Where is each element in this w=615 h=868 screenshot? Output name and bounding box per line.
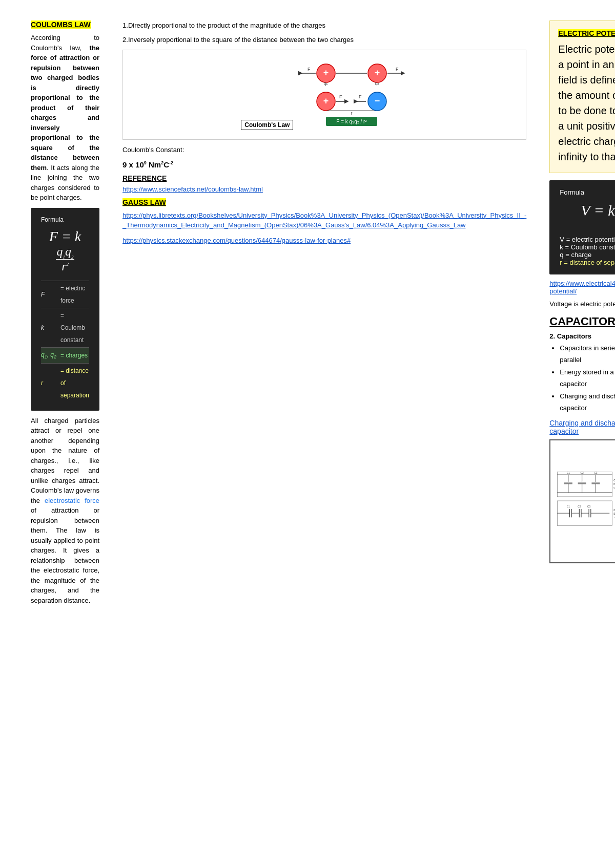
svg-text:F: F	[359, 94, 362, 99]
gauss-ref1-link[interactable]: https://phys.libretexts.org/Bookshelves/…	[122, 210, 526, 230]
svg-rect-23	[558, 472, 612, 497]
cap-list-item-2: Energy stored in a charged capacitor	[560, 366, 615, 390]
svg-text:C1: C1	[567, 472, 570, 474]
capacitors-title: CAPACITORS	[549, 315, 615, 328]
column-3: ELECTRIC POTENTIAL Electric potential at…	[544, 20, 615, 610]
var-q-ep: q = charge	[560, 251, 615, 259]
svg-text:C1: C1	[567, 506, 570, 509]
point-1: 1.Directly proportional to the product o…	[122, 20, 526, 31]
electric-potential-formula-box: Formula V = k q r V = electric potential…	[549, 180, 615, 274]
capacitor-diagram-svg: C1 C2 C3 Capacitor in Parallel C=c₁+c₂+c…	[555, 444, 615, 557]
gauss-law-title: GAUSS LAW	[122, 198, 166, 206]
charging-link-container: Charging and discharging capacitor	[549, 419, 615, 435]
svg-text:+: +	[375, 68, 380, 78]
coulombs-diagram-box: Coulomb's Law + q₁ F + q₂ F +	[122, 50, 526, 140]
voltage-text: Voltage is electric potential	[549, 300, 615, 308]
electric-potential-body: Electric potential at a point in an elec…	[558, 41, 615, 164]
formula-display: F = k q1q2 r2	[41, 228, 89, 274]
coulombs-body-2: All charged particles attract or repel o…	[31, 416, 99, 606]
column-2: 1.Directly proportional to the product o…	[120, 20, 529, 610]
gauss-law-section: GAUSS LAW https://phys.libretexts.org/Bo…	[122, 198, 526, 246]
svg-text:F = k q₁q₂ / r²: F = k q₁q₂ / r²	[336, 119, 367, 124]
svg-text:F: F	[308, 67, 311, 72]
capacitors-section: CAPACITORS 2. Capacitors Capacitors in s…	[549, 315, 615, 414]
coulombs-constant-label: Coulomb's Constant:	[122, 145, 526, 155]
ref-sciencefacts[interactable]: https://www.sciencefacts.net/coulombs-la…	[122, 185, 526, 193]
svg-text:F: F	[339, 94, 342, 99]
column-1: COULOMBS LAW According to Coulomb's law,…	[31, 20, 105, 610]
cap-list-item-3: Charging and discharging capacitor	[560, 390, 615, 414]
electric-potential-title: ELECTRIC POTENTIAL	[558, 29, 615, 37]
coulombs-constant-value: 9 x 109 Nm2C-2	[122, 160, 526, 169]
electrical4u-ref[interactable]: https://www.electrical4u.com/electric-po…	[549, 280, 615, 295]
ep-formula-title: Formula	[560, 188, 615, 196]
coulombs-diagram-title: Coulomb's Law	[241, 120, 293, 130]
gauss-ref2-link[interactable]: https://physics.stackexchange.com/questi…	[122, 236, 526, 246]
capacitor-diagram-box: C1 C2 C3 Capacitor in Parallel C=c₁+c₂+c…	[549, 439, 615, 563]
svg-text:+: +	[323, 68, 329, 78]
formula-title: Formula	[41, 216, 89, 223]
ep-formula-display: V = k q r	[560, 196, 615, 228]
capacitors-section-label: 2. Capacitors	[549, 332, 615, 340]
var-k-ep: k = Coulomb constant	[560, 243, 615, 251]
coulombs-law-svg: + q₁ F + q₂ F + F	[295, 55, 408, 127]
point-2: 2.Inversely proportional to the square o…	[122, 35, 526, 45]
var-k: k = Coulomb constant	[41, 308, 89, 347]
var-q: q1, q2 = charges	[41, 347, 89, 363]
electric-potential-box: ELECTRIC POTENTIAL Electric potential at…	[549, 20, 615, 173]
var-V: V = electric potential	[560, 236, 615, 243]
formula-variables: F = electric force k = Coulomb constant …	[41, 281, 89, 402]
svg-text:C2: C2	[578, 506, 581, 509]
coulombs-law-title: COULOMBS LAW	[31, 20, 91, 29]
var-r-ep: r = distance of separation	[560, 259, 615, 266]
var-r: r = distance of separation	[41, 363, 89, 403]
svg-text:r: r	[351, 111, 353, 116]
svg-text:−: −	[375, 96, 380, 106]
ep-formula-variables: V = electric potential k = Coulomb const…	[560, 236, 615, 266]
svg-text:C3: C3	[594, 472, 598, 474]
svg-text:C2: C2	[581, 472, 584, 474]
reference-title: REFERENCE	[122, 174, 526, 182]
charging-discharging-link[interactable]: Charging and discharging capacitor	[549, 419, 615, 435]
svg-text:F: F	[396, 67, 399, 72]
coulombs-law-body: According to Coulomb's law, the force of…	[31, 33, 99, 203]
capacitors-list: Capacitors in series and in parallel Ene…	[549, 342, 615, 414]
svg-text:q₂: q₂	[375, 81, 380, 86]
svg-text:+: +	[323, 96, 329, 106]
svg-text:q₁: q₁	[324, 81, 329, 86]
svg-text:C3: C3	[587, 506, 590, 509]
coulombs-formula-box: Formula F = k q1q2 r2 F = electric force…	[31, 208, 99, 411]
cap-list-item-1: Capacitors in series and in parallel	[560, 342, 615, 366]
var-F: F = electric force	[41, 281, 89, 308]
